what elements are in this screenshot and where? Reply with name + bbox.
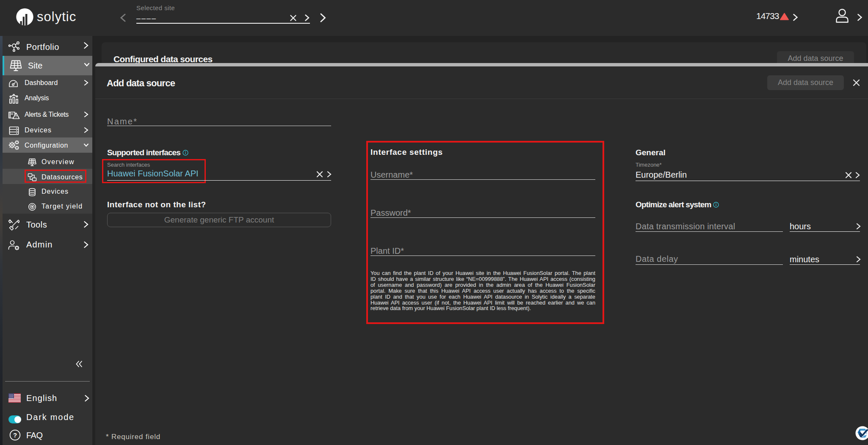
svg-text:?: ? [13,431,17,439]
